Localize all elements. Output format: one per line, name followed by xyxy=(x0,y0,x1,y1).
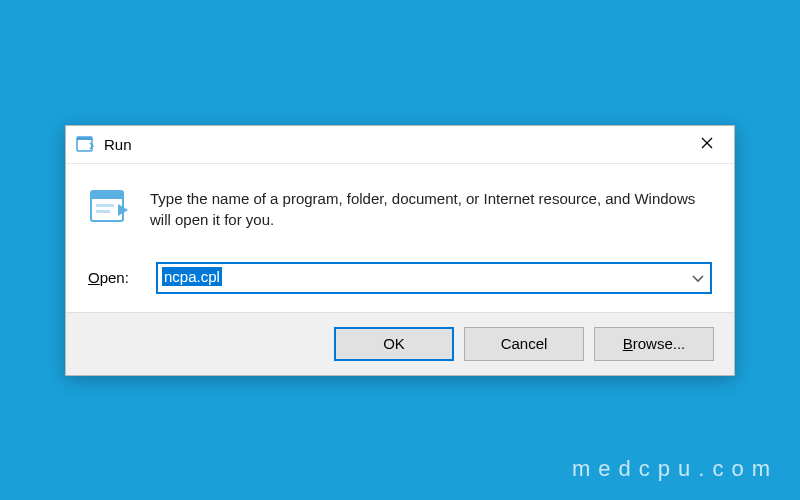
open-input[interactable] xyxy=(156,262,712,294)
close-icon xyxy=(701,137,713,152)
input-row: Open: ncpa.cpl xyxy=(88,262,712,294)
dialog-description: Type the name of a program, folder, docu… xyxy=(150,186,712,230)
cancel-button[interactable]: Cancel xyxy=(464,327,584,361)
titlebar-left: Run xyxy=(76,135,132,153)
svg-rect-1 xyxy=(77,137,92,140)
svg-rect-5 xyxy=(91,191,123,199)
ok-button[interactable]: OK xyxy=(334,327,454,361)
browse-button[interactable]: Browse... xyxy=(594,327,714,361)
button-bar: OK Cancel Browse... xyxy=(66,312,734,375)
svg-rect-7 xyxy=(96,210,110,213)
run-icon xyxy=(88,186,132,234)
run-dialog: Run Type the name of a pro xyxy=(65,125,735,376)
dialog-title: Run xyxy=(104,136,132,153)
info-row: Type the name of a program, folder, docu… xyxy=(88,186,712,234)
svg-rect-6 xyxy=(96,204,114,207)
titlebar: Run xyxy=(66,126,734,164)
close-button[interactable] xyxy=(684,128,730,160)
watermark-text: medcpu.com xyxy=(572,456,778,482)
run-title-icon xyxy=(76,135,94,153)
open-combobox[interactable]: ncpa.cpl xyxy=(156,262,712,294)
dialog-content: Type the name of a program, folder, docu… xyxy=(66,164,734,312)
open-label: Open: xyxy=(88,269,140,286)
